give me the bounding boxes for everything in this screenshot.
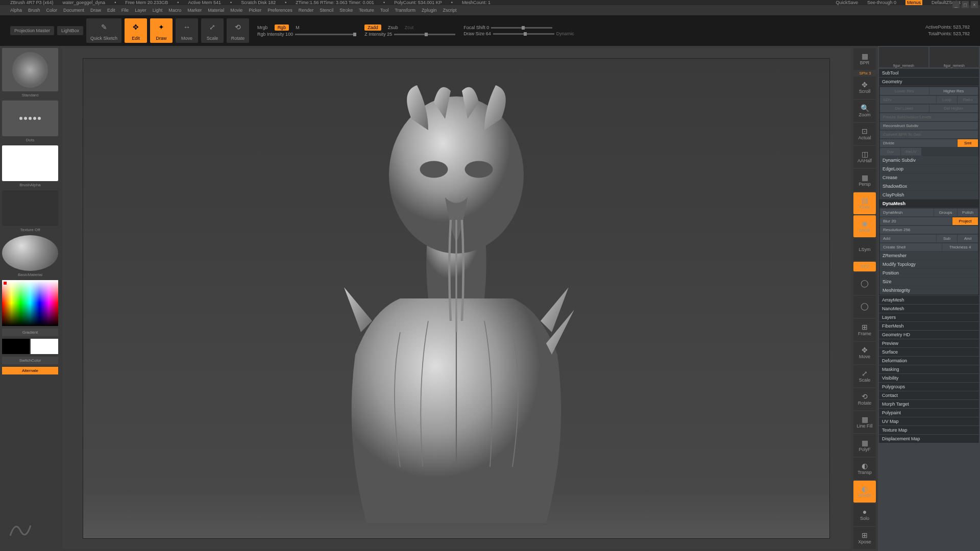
menu-brush[interactable]: Brush <box>28 8 40 13</box>
seethrough-slider[interactable]: See-through 0 <box>867 0 896 5</box>
rotate-nav-button[interactable]: ⟲Rotate <box>853 388 876 410</box>
masking-header[interactable]: Masking <box>879 365 979 373</box>
menu-tool[interactable]: Tool <box>380 8 389 13</box>
rgb-intensity-slider[interactable]: Rgb Intensity 100 <box>257 32 293 37</box>
geometry-header[interactable]: Geometry <box>879 78 979 86</box>
ghost-button[interactable]: ◐Ghost <box>853 481 876 503</box>
menu-document[interactable]: Document <box>63 8 84 13</box>
color-picker[interactable] <box>2 280 58 326</box>
sub-button[interactable]: Sub <box>937 235 957 242</box>
bpr-button[interactable]: ▦BPR <box>853 48 876 70</box>
lowerres-button[interactable]: Lower Res <box>880 87 929 95</box>
rgb-intensity-track[interactable] <box>295 34 356 35</box>
viewport[interactable] <box>83 58 830 539</box>
geomhd-header[interactable]: Geometry HD <box>879 331 979 339</box>
close-icon[interactable]: × <box>971 1 978 8</box>
menu-stencil[interactable]: Stencil <box>320 8 333 13</box>
texture-selector[interactable]: Texture Off <box>2 190 58 226</box>
projection-master-button[interactable]: Projection Master <box>10 26 54 36</box>
menu-color[interactable]: Color <box>46 8 58 13</box>
smt-button[interactable]: Smt <box>958 139 978 147</box>
and-button[interactable]: And <box>958 235 978 242</box>
layers-header[interactable]: Layers <box>879 313 979 321</box>
draw-button[interactable]: ✦Draw <box>150 18 173 43</box>
polyf-button[interactable]: ▦PolyF <box>853 434 876 456</box>
menu-movie[interactable]: Movie <box>230 8 242 13</box>
rgb-button[interactable]: Rgb <box>275 24 289 31</box>
reuv-button[interactable]: ReUV <box>901 148 921 156</box>
texmap-header[interactable]: Texture Map <box>879 426 979 434</box>
draw-size-slider[interactable]: Draw Size 64 <box>463 31 491 36</box>
alternate-button[interactable]: Alternate <box>2 367 58 374</box>
menu-edit[interactable]: Edit <box>107 8 115 13</box>
createshell-button[interactable]: Create Shell <box>880 243 942 251</box>
contact-header[interactable]: Contact <box>879 391 979 399</box>
polish-button[interactable]: Polish <box>958 209 978 216</box>
secondary-color[interactable] <box>2 339 30 354</box>
size-item[interactable]: Size <box>879 278 978 286</box>
brush-selector[interactable]: Standard <box>2 48 58 91</box>
deformation-header[interactable]: Deformation <box>879 357 979 365</box>
crease-item[interactable]: Crease <box>879 173 978 182</box>
nanomesh-header[interactable]: NanoMesh <box>879 305 979 313</box>
actual-button[interactable]: ⊡Actual <box>853 123 876 145</box>
claypolish-item[interactable]: ClayPolish <box>879 191 978 199</box>
polypaint-header[interactable]: Polypaint <box>879 409 979 417</box>
menu-preferences[interactable]: Preferences <box>267 8 292 13</box>
loop-button[interactable]: Loop <box>937 96 957 104</box>
dynamesh-button[interactable]: DynaMesh <box>880 209 934 216</box>
menu-material[interactable]: Material <box>208 8 224 13</box>
transp-button[interactable]: ◐Transp <box>853 458 876 480</box>
zadd-button[interactable]: Zadd <box>364 24 381 31</box>
edit-button[interactable]: ✥Edit <box>125 18 147 43</box>
convert-button[interactable]: Convert BPR To Geo <box>880 131 978 138</box>
xpose-button[interactable]: ⊞Xpose <box>853 527 876 549</box>
z-intensity-slider[interactable]: Z Intensity 25 <box>364 32 392 37</box>
stroke-selector[interactable]: Dots <box>2 101 58 136</box>
dynamic-button[interactable]: Dynamic <box>556 31 574 36</box>
zremesher-item[interactable]: ZRemesher <box>879 252 978 260</box>
mrgb-button[interactable]: Mrgb <box>257 25 268 30</box>
project-button[interactable]: Project <box>952 217 978 225</box>
quicksave-button[interactable]: QuickSave <box>836 0 858 5</box>
fibermesh-header[interactable]: FiberMesh <box>879 322 979 330</box>
move-nav-button[interactable]: ✥Move <box>853 342 876 364</box>
thumb-1[interactable]: figur_remesh <box>879 47 928 67</box>
lsym-button[interactable]: LSym <box>853 238 876 260</box>
dynsubdiv-item[interactable]: Dynamic Subdiv <box>879 156 978 164</box>
nav2-button[interactable]: ◯ <box>853 296 876 318</box>
edgeloop-item[interactable]: EdgeLoop <box>879 165 978 173</box>
surface-header[interactable]: Surface <box>879 348 979 356</box>
frame-button[interactable]: ⊞Frame <box>853 319 876 341</box>
menu-texture[interactable]: Texture <box>359 8 374 13</box>
delhigher-button[interactable]: Del Higher <box>929 105 978 112</box>
preview-header[interactable]: Preview <box>879 339 979 347</box>
subtool-header[interactable]: SubTool <box>879 69 979 77</box>
quicksketch-button[interactable]: ✎Quick Sketch <box>86 18 121 43</box>
dynamesh-item[interactable]: DynaMesh <box>879 199 978 208</box>
minimize-icon[interactable]: _ <box>952 1 960 8</box>
gradient-button[interactable]: Gradient <box>2 329 58 336</box>
position-item[interactable]: Position <box>879 269 978 277</box>
spix-label[interactable]: SPix 3 <box>853 71 877 76</box>
modtopo-item[interactable]: Modify Topology <box>879 260 978 268</box>
dispmap-header[interactable]: Displacement Map <box>879 435 979 443</box>
floor-button[interactable]: ▤Floor <box>853 192 876 214</box>
add-button[interactable]: Add <box>880 235 936 242</box>
persp-button[interactable]: ▦Persp <box>853 169 876 191</box>
menu-macro[interactable]: Macro <box>168 8 181 13</box>
menu-picker[interactable]: Picker <box>249 8 261 13</box>
groups-button[interactable]: Groups <box>934 209 957 216</box>
suv-button[interactable]: Suv <box>880 148 900 156</box>
zoom-button[interactable]: 🔍Zoom <box>853 100 876 122</box>
reconstruct-button[interactable]: Reconstruct Subdiv <box>880 122 978 130</box>
maximize-icon[interactable]: □ <box>962 1 969 8</box>
menu-draw[interactable]: Draw <box>90 8 101 13</box>
menu-light[interactable]: Light <box>153 8 163 13</box>
rotate-button[interactable]: ⟲Rotate <box>227 18 249 43</box>
freeze-button[interactable]: Freeze SubDivision Levels <box>880 113 978 121</box>
visibility-header[interactable]: Visibility <box>879 374 979 382</box>
scale-nav-button[interactable]: ⤢Scale <box>853 365 876 387</box>
z-intensity-track[interactable] <box>394 34 455 35</box>
higherres-button[interactable]: Higher Res <box>929 87 978 95</box>
